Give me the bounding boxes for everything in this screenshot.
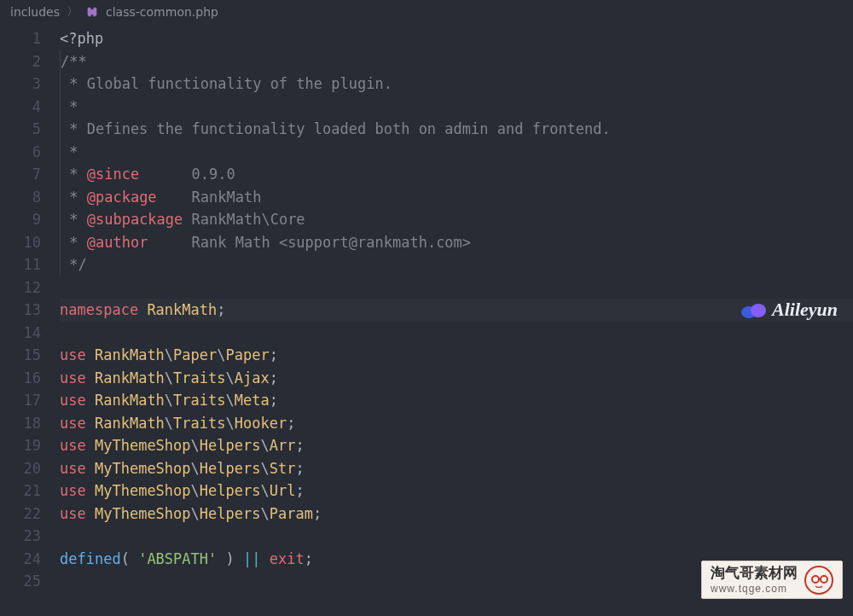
code-line[interactable]: defined( 'ABSPATH' ) || exit; <box>60 548 853 571</box>
code-line[interactable]: * <box>60 96 853 119</box>
line-number: 12 <box>0 276 60 299</box>
code-line[interactable]: */ <box>60 253 853 276</box>
line-number: 21 <box>0 479 60 503</box>
line-number: 18 <box>0 412 60 435</box>
code-line[interactable]: use MyThemeShop\Helpers\Param; <box>60 503 853 526</box>
line-number: 2 <box>0 50 60 73</box>
line-number-gutter: 1234567891011121314151617181920212223242… <box>0 24 60 616</box>
line-number: 15 <box>0 344 60 367</box>
php-elephant-icon <box>85 5 99 19</box>
code-line[interactable] <box>60 570 853 593</box>
code-line[interactable]: <?php <box>60 27 853 50</box>
code-line[interactable]: use MyThemeShop\Helpers\Arr; <box>60 434 853 457</box>
line-number: 22 <box>0 503 60 526</box>
line-number: 14 <box>0 322 60 345</box>
breadcrumb-folder[interactable]: includes <box>10 5 60 19</box>
line-number: 23 <box>0 525 60 548</box>
code-line[interactable]: use MyThemeShop\Helpers\Url; <box>60 479 853 503</box>
line-number: 13 <box>0 299 60 322</box>
line-number: 25 <box>0 570 60 593</box>
line-number: 4 <box>0 96 60 119</box>
code-line[interactable] <box>60 322 853 345</box>
code-line[interactable]: * @author Rank Math <support@rankmath.co… <box>60 231 853 254</box>
line-number: 10 <box>0 231 60 254</box>
line-number: 24 <box>0 548 60 571</box>
code-area[interactable]: <?php/** * Global functionality of the p… <box>60 24 853 616</box>
line-number: 7 <box>0 163 60 186</box>
code-line[interactable]: * Defines the functionality loaded both … <box>60 118 853 141</box>
line-number: 20 <box>0 457 60 480</box>
code-line[interactable]: use RankMath\Traits\Ajax; <box>60 367 853 390</box>
line-number: 6 <box>0 141 60 164</box>
line-number: 11 <box>0 253 60 276</box>
code-line[interactable] <box>60 276 853 299</box>
code-line[interactable]: use MyThemeShop\Helpers\Str; <box>60 457 853 480</box>
line-number: 16 <box>0 367 60 390</box>
code-line[interactable]: * @subpackage RankMath\Core <box>60 208 853 231</box>
code-line[interactable]: namespace RankMath; <box>60 299 853 322</box>
code-line[interactable]: * @package RankMath <box>60 186 853 209</box>
line-number: 5 <box>0 118 60 141</box>
code-line[interactable] <box>60 525 853 548</box>
code-line[interactable]: * Global functionality of the plugin. <box>60 73 853 96</box>
code-line[interactable]: * <box>60 141 853 164</box>
line-number: 17 <box>0 389 60 412</box>
breadcrumb: includes 〉 class-common.php <box>0 0 853 24</box>
code-line[interactable]: use RankMath\Traits\Hooker; <box>60 412 853 435</box>
code-editor[interactable]: 1234567891011121314151617181920212223242… <box>0 24 853 616</box>
line-number: 9 <box>0 208 60 231</box>
line-number: 8 <box>0 186 60 209</box>
code-line[interactable]: use RankMath\Traits\Meta; <box>60 389 853 412</box>
line-number: 3 <box>0 73 60 96</box>
breadcrumb-file[interactable]: class-common.php <box>106 5 218 19</box>
line-number: 1 <box>0 27 60 50</box>
code-line[interactable]: /** <box>60 50 853 73</box>
code-line[interactable]: * @since 0.9.0 <box>60 163 853 186</box>
line-number: 19 <box>0 434 60 457</box>
code-line[interactable]: use RankMath\Paper\Paper; <box>60 344 853 367</box>
chevron-right-icon: 〉 <box>67 4 78 20</box>
